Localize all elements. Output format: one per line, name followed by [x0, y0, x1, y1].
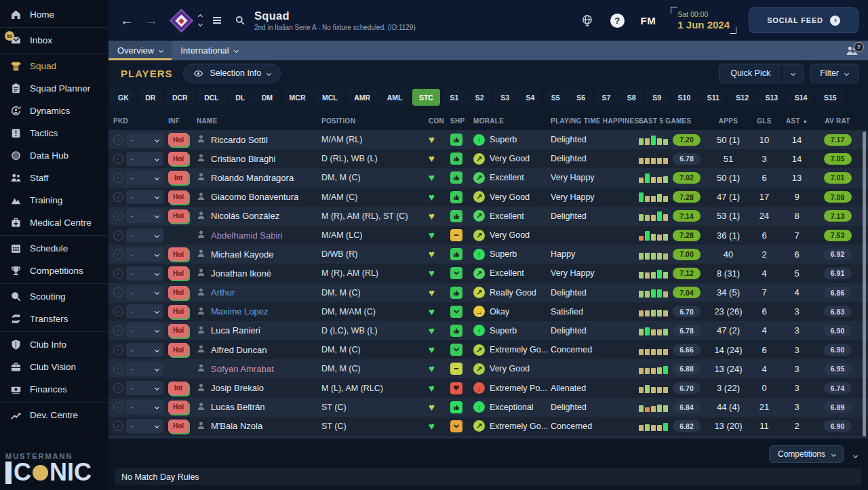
player-row[interactable]: ✓-Abdelhamid SabiriM/AM (LC)♥↗Very Good7…: [108, 226, 868, 245]
sidebar-item-squad[interactable]: 11Squad: [0, 55, 108, 77]
position-filter-s6[interactable]: S6: [570, 89, 592, 106]
sidebar-item-tactics[interactable]: Tactics: [0, 122, 108, 144]
social-feed-button[interactable]: SOCIAL FEED: [749, 7, 859, 33]
pick-dropdown[interactable]: -: [126, 133, 163, 147]
info-badge-hol[interactable]: Hol: [168, 190, 189, 204]
row-checkbox[interactable]: ✓: [113, 345, 123, 355]
row-checkbox[interactable]: ✓: [113, 364, 123, 374]
column-header-happiness[interactable]: PLAYING TIME HAPPINESS: [551, 117, 639, 125]
column-header-inf[interactable]: INF: [168, 117, 197, 125]
row-checkbox[interactable]: ✓: [113, 249, 123, 260]
position-filter-gk[interactable]: GK: [111, 89, 136, 106]
player-row[interactable]: ✓-HolArthurDM, M (C)♥↗Really GoodDelight…: [108, 283, 868, 302]
position-filter-dcl[interactable]: DCL: [197, 89, 226, 106]
position-filter-s4[interactable]: S4: [519, 89, 541, 106]
info-badge-hol[interactable]: Hol: [168, 343, 189, 356]
player-row[interactable]: ✓-HolJonathan IkonéM (R), AM (RL)♥↗Excel…: [108, 264, 868, 283]
player-name-cell[interactable]: Jonathan Ikoné: [197, 267, 321, 279]
player-name[interactable]: Arthur: [211, 287, 235, 298]
player-name-cell[interactable]: Giacomo Bonaventura: [197, 191, 321, 203]
column-header-position[interactable]: POSITION: [321, 117, 429, 125]
player-row[interactable]: ✓-HolRiccardo SottilM/AM (RL)♥↑SuperbDel…: [108, 130, 868, 149]
info-badge-hol[interactable]: Hol: [168, 324, 189, 338]
player-name-cell[interactable]: Alfred Duncan: [197, 344, 321, 356]
row-checkbox[interactable]: ✓: [113, 230, 123, 241]
player-name[interactable]: Maxime Lopez: [211, 306, 269, 317]
row-checkbox[interactable]: ✓: [113, 306, 123, 317]
pick-dropdown[interactable]: -: [126, 266, 163, 281]
pick-dropdown[interactable]: -: [126, 419, 163, 433]
pick-dropdown[interactable]: -: [126, 343, 163, 357]
position-filter-s10[interactable]: S10: [671, 89, 698, 106]
help-icon[interactable]: ?: [610, 14, 625, 28]
sidebar-item-transfers[interactable]: Transfers: [0, 308, 108, 330]
info-badge-hol[interactable]: Hol: [168, 152, 189, 165]
player-name-cell[interactable]: Michael Kayode: [197, 248, 321, 260]
sidebar-item-finances[interactable]: Finances: [0, 378, 108, 401]
sidebar-item-club-info[interactable]: Club Info: [0, 333, 108, 356]
row-checkbox[interactable]: ✓: [113, 421, 123, 431]
row-checkbox[interactable]: ✓: [113, 268, 123, 279]
info-badge-hol[interactable]: Hol: [168, 401, 189, 414]
forward-button[interactable]: →: [144, 13, 158, 28]
pick-dropdown[interactable]: -: [126, 381, 163, 395]
row-checkbox[interactable]: ✓: [113, 211, 123, 221]
row-checkbox[interactable]: ✓: [113, 383, 123, 393]
player-name-cell[interactable]: Cristiano Biraghi: [197, 152, 321, 165]
player-name[interactable]: Rolando Mandragora: [211, 173, 294, 183]
row-checkbox[interactable]: ✓: [113, 154, 123, 164]
player-name[interactable]: Luca Ranieri: [211, 325, 260, 335]
position-filter-s1[interactable]: S1: [443, 89, 465, 106]
sidebar-item-medical-centre[interactable]: Medical Centre: [0, 211, 108, 234]
row-checkbox[interactable]: ✓: [113, 173, 123, 183]
position-filter-s15[interactable]: S15: [817, 89, 844, 106]
position-filter-s5[interactable]: S5: [545, 89, 567, 106]
search-icon[interactable]: [235, 15, 245, 26]
player-name[interactable]: Abdelhamid Sabiri: [211, 230, 283, 241]
pick-dropdown[interactable]: -: [126, 400, 163, 414]
player-name-cell[interactable]: Nicolás González: [197, 210, 321, 222]
world-icon[interactable]: [580, 14, 594, 27]
sidebar-item-club-vision[interactable]: Club Vision: [0, 356, 108, 378]
row-checkbox[interactable]: ✓: [113, 135, 123, 145]
player-name-cell[interactable]: Luca Ranieri: [197, 325, 321, 337]
column-header-gls[interactable]: GLS: [749, 117, 780, 125]
selection-info-dropdown[interactable]: Selection Info: [183, 64, 281, 83]
pick-dropdown[interactable]: -: [126, 190, 163, 204]
competitions-dropdown[interactable]: Competitions: [769, 445, 844, 463]
position-filter-s13[interactable]: S13: [759, 89, 785, 106]
position-filter-s11[interactable]: S11: [701, 89, 726, 106]
player-name-cell[interactable]: Rolando Mandragora: [197, 171, 321, 184]
player-row[interactable]: ✓-HolCristiano BiraghiD (RL), WB (L)♥↗Ve…: [108, 149, 868, 168]
player-name-cell[interactable]: Riccardo Sottil: [197, 134, 321, 146]
info-badge-int[interactable]: Int: [168, 382, 189, 395]
player-name[interactable]: Josip Brekalo: [211, 383, 264, 393]
sidebar-item-inbox[interactable]: 50Inbox: [0, 29, 108, 52]
player-name-cell[interactable]: Abdelhamid Sabiri: [197, 229, 321, 241]
social-people-widget[interactable]: 7: [846, 41, 868, 60]
player-row[interactable]: ✓-HolGiacomo BonaventuraM/AM (C)♥↗Very G…: [108, 188, 868, 207]
player-row[interactable]: ✓-IntJosip BrekaloM (L), AM (RLC)♥↓Extre…: [108, 378, 868, 397]
sidebar-item-schedule[interactable]: Schedule: [0, 237, 108, 260]
vertical-scrollbar[interactable]: [863, 131, 866, 436]
player-row[interactable]: ✓-HolAlfred DuncanDM, M (C)♥↗Extremely G…: [108, 340, 868, 359]
sidebar-item-training[interactable]: Training: [0, 189, 108, 211]
position-filter-mcr[interactable]: MCR: [283, 89, 313, 106]
column-header-shp[interactable]: SHP: [450, 117, 473, 125]
position-filter-s3[interactable]: S3: [494, 89, 516, 106]
position-filter-dm[interactable]: DM: [255, 89, 279, 106]
pick-dropdown[interactable]: -: [126, 171, 163, 185]
pick-dropdown[interactable]: -: [126, 285, 163, 300]
pick-dropdown[interactable]: -: [126, 209, 163, 223]
position-filter-aml[interactable]: AML: [380, 89, 410, 106]
player-row[interactable]: ✓-IntRolando MandragoraDM, M (C)♥↗Excell…: [108, 168, 868, 187]
position-filter-dcr[interactable]: DCR: [165, 89, 195, 106]
tab-overview[interactable]: Overview: [108, 41, 172, 60]
position-filter-s9[interactable]: S9: [646, 89, 668, 106]
info-badge-hol[interactable]: Hol: [168, 286, 189, 300]
player-name[interactable]: M'Bala Nzola: [211, 421, 262, 431]
position-filter-s12[interactable]: S12: [729, 89, 755, 106]
position-filter-s8[interactable]: S8: [620, 89, 643, 106]
column-header-morale[interactable]: MORALE: [473, 117, 551, 125]
filter-button[interactable]: Filter: [810, 64, 859, 83]
